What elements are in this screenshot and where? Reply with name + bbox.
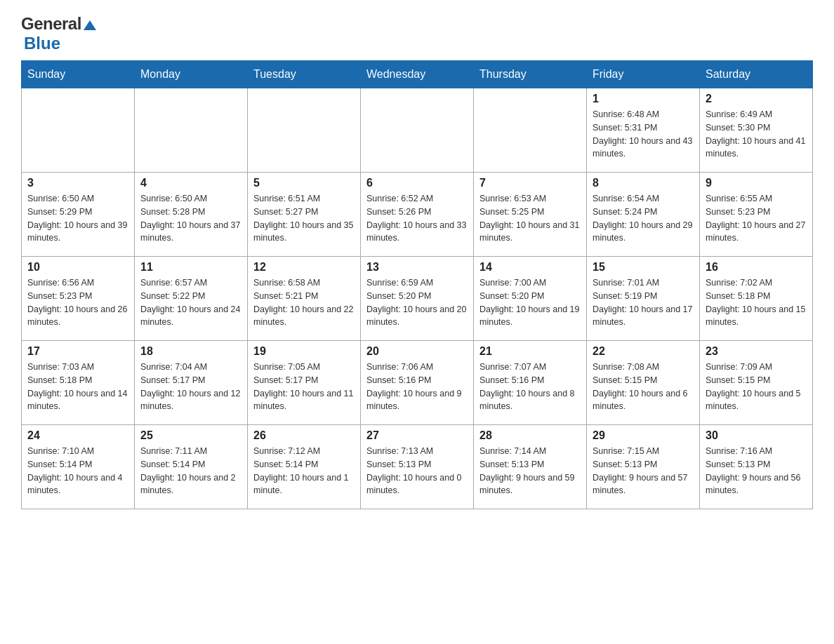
day-number: 18 (140, 345, 241, 358)
logo-general-text: General (21, 14, 81, 34)
day-number: 29 (593, 429, 694, 442)
calendar-cell: 15Sunrise: 7:01 AMSunset: 5:19 PMDayligh… (587, 257, 700, 341)
day-info: Sunrise: 7:00 AMSunset: 5:20 PMDaylight:… (479, 276, 581, 329)
calendar-cell: 13Sunrise: 6:59 AMSunset: 5:20 PMDayligh… (361, 257, 474, 341)
day-number: 9 (706, 177, 807, 189)
calendar-week-row: 24Sunrise: 7:10 AMSunset: 5:14 PMDayligh… (22, 425, 813, 509)
calendar-cell: 7Sunrise: 6:53 AMSunset: 5:25 PMDaylight… (474, 173, 587, 257)
day-info: Sunrise: 7:16 AMSunset: 5:13 PMDaylight:… (706, 445, 807, 497)
day-info: Sunrise: 7:10 AMSunset: 5:14 PMDaylight:… (27, 445, 128, 497)
calendar-cell: 26Sunrise: 7:12 AMSunset: 5:14 PMDayligh… (248, 425, 361, 509)
day-number: 12 (253, 261, 355, 274)
day-of-week-header: Monday (135, 61, 248, 88)
day-of-week-header: Sunday (22, 61, 135, 88)
day-of-week-header: Tuesday (248, 61, 361, 88)
calendar-cell: 16Sunrise: 7:02 AMSunset: 5:18 PMDayligh… (700, 257, 813, 341)
day-info: Sunrise: 6:53 AMSunset: 5:25 PMDaylight:… (479, 192, 581, 245)
day-number: 21 (479, 345, 581, 358)
calendar-cell: 9Sunrise: 6:55 AMSunset: 5:23 PMDaylight… (700, 173, 813, 257)
day-number: 13 (366, 261, 468, 274)
day-info: Sunrise: 7:13 AMSunset: 5:13 PMDaylight:… (366, 445, 468, 497)
day-info: Sunrise: 7:03 AMSunset: 5:18 PMDaylight:… (27, 361, 128, 413)
day-number: 27 (366, 429, 468, 442)
calendar-week-row: 1Sunrise: 6:48 AMSunset: 5:31 PMDaylight… (22, 88, 813, 173)
calendar-week-row: 17Sunrise: 7:03 AMSunset: 5:18 PMDayligh… (22, 341, 813, 425)
calendar-cell (474, 88, 587, 173)
page-header: General Blue (21, 14, 813, 53)
day-info: Sunrise: 7:12 AMSunset: 5:14 PMDaylight:… (253, 445, 355, 497)
svg-marker-0 (84, 20, 96, 30)
day-info: Sunrise: 6:51 AMSunset: 5:27 PMDaylight:… (253, 192, 355, 245)
calendar-cell: 11Sunrise: 6:57 AMSunset: 5:22 PMDayligh… (135, 257, 248, 341)
calendar-cell: 4Sunrise: 6:50 AMSunset: 5:28 PMDaylight… (135, 173, 248, 257)
day-info: Sunrise: 7:01 AMSunset: 5:19 PMDaylight:… (593, 276, 694, 329)
calendar-cell (248, 88, 361, 173)
calendar-cell: 20Sunrise: 7:06 AMSunset: 5:16 PMDayligh… (361, 341, 474, 425)
day-number: 8 (593, 177, 694, 189)
logo-blue-text: Blue (24, 34, 60, 53)
logo-triangle-icon (84, 18, 96, 33)
calendar-week-row: 3Sunrise: 6:50 AMSunset: 5:29 PMDaylight… (22, 173, 813, 257)
day-info: Sunrise: 7:08 AMSunset: 5:15 PMDaylight:… (593, 361, 694, 413)
day-info: Sunrise: 6:56 AMSunset: 5:23 PMDaylight:… (27, 276, 128, 329)
calendar-cell: 24Sunrise: 7:10 AMSunset: 5:14 PMDayligh… (22, 425, 135, 509)
calendar-cell: 30Sunrise: 7:16 AMSunset: 5:13 PMDayligh… (700, 425, 813, 509)
day-number: 22 (593, 345, 694, 358)
calendar-cell (361, 88, 474, 173)
day-number: 14 (479, 261, 581, 274)
calendar-cell: 17Sunrise: 7:03 AMSunset: 5:18 PMDayligh… (22, 341, 135, 425)
day-info: Sunrise: 6:48 AMSunset: 5:31 PMDaylight:… (593, 108, 694, 161)
calendar-header-row: SundayMondayTuesdayWednesdayThursdayFrid… (22, 61, 813, 88)
day-number: 6 (366, 177, 468, 189)
day-info: Sunrise: 7:11 AMSunset: 5:14 PMDaylight:… (140, 445, 241, 497)
day-info: Sunrise: 6:59 AMSunset: 5:20 PMDaylight:… (366, 276, 468, 329)
day-number: 16 (706, 261, 807, 274)
day-number: 19 (253, 345, 355, 358)
day-info: Sunrise: 6:50 AMSunset: 5:28 PMDaylight:… (140, 192, 241, 245)
day-info: Sunrise: 7:05 AMSunset: 5:17 PMDaylight:… (253, 361, 355, 413)
calendar-cell (22, 88, 135, 173)
day-number: 17 (27, 345, 128, 358)
calendar-cell (135, 88, 248, 173)
calendar-cell: 27Sunrise: 7:13 AMSunset: 5:13 PMDayligh… (361, 425, 474, 509)
day-info: Sunrise: 6:55 AMSunset: 5:23 PMDaylight:… (706, 192, 807, 245)
day-info: Sunrise: 7:04 AMSunset: 5:17 PMDaylight:… (140, 361, 241, 413)
calendar-cell: 25Sunrise: 7:11 AMSunset: 5:14 PMDayligh… (135, 425, 248, 509)
calendar-cell: 2Sunrise: 6:49 AMSunset: 5:30 PMDaylight… (700, 88, 813, 173)
calendar-cell: 19Sunrise: 7:05 AMSunset: 5:17 PMDayligh… (248, 341, 361, 425)
day-number: 20 (366, 345, 468, 358)
day-number: 30 (706, 429, 807, 442)
day-number: 10 (27, 261, 128, 274)
day-info: Sunrise: 7:06 AMSunset: 5:16 PMDaylight:… (366, 361, 468, 413)
calendar-cell: 1Sunrise: 6:48 AMSunset: 5:31 PMDaylight… (587, 88, 700, 173)
day-of-week-header: Saturday (700, 61, 813, 88)
day-info: Sunrise: 6:52 AMSunset: 5:26 PMDaylight:… (366, 192, 468, 245)
day-number: 25 (140, 429, 241, 442)
calendar-cell: 14Sunrise: 7:00 AMSunset: 5:20 PMDayligh… (474, 257, 587, 341)
calendar-cell: 3Sunrise: 6:50 AMSunset: 5:29 PMDaylight… (22, 173, 135, 257)
day-number: 7 (479, 177, 581, 189)
day-number: 1 (593, 93, 694, 105)
day-info: Sunrise: 7:15 AMSunset: 5:13 PMDaylight:… (593, 445, 694, 497)
day-info: Sunrise: 7:14 AMSunset: 5:13 PMDaylight:… (479, 445, 581, 497)
day-number: 3 (27, 177, 128, 189)
day-info: Sunrise: 6:57 AMSunset: 5:22 PMDaylight:… (140, 276, 241, 329)
day-of-week-header: Friday (587, 61, 700, 88)
day-info: Sunrise: 7:07 AMSunset: 5:16 PMDaylight:… (479, 361, 581, 413)
calendar-cell: 6Sunrise: 6:52 AMSunset: 5:26 PMDaylight… (361, 173, 474, 257)
day-number: 5 (253, 177, 355, 189)
calendar-cell: 8Sunrise: 6:54 AMSunset: 5:24 PMDaylight… (587, 173, 700, 257)
day-number: 28 (479, 429, 581, 442)
day-of-week-header: Thursday (474, 61, 587, 88)
calendar-cell: 18Sunrise: 7:04 AMSunset: 5:17 PMDayligh… (135, 341, 248, 425)
day-number: 4 (140, 177, 241, 189)
calendar-week-row: 10Sunrise: 6:56 AMSunset: 5:23 PMDayligh… (22, 257, 813, 341)
calendar-cell: 28Sunrise: 7:14 AMSunset: 5:13 PMDayligh… (474, 425, 587, 509)
day-of-week-header: Wednesday (361, 61, 474, 88)
day-number: 11 (140, 261, 241, 274)
day-number: 23 (706, 345, 807, 358)
calendar-cell: 29Sunrise: 7:15 AMSunset: 5:13 PMDayligh… (587, 425, 700, 509)
day-info: Sunrise: 6:49 AMSunset: 5:30 PMDaylight:… (706, 108, 807, 161)
day-info: Sunrise: 6:54 AMSunset: 5:24 PMDaylight:… (593, 192, 694, 245)
day-number: 26 (253, 429, 355, 442)
